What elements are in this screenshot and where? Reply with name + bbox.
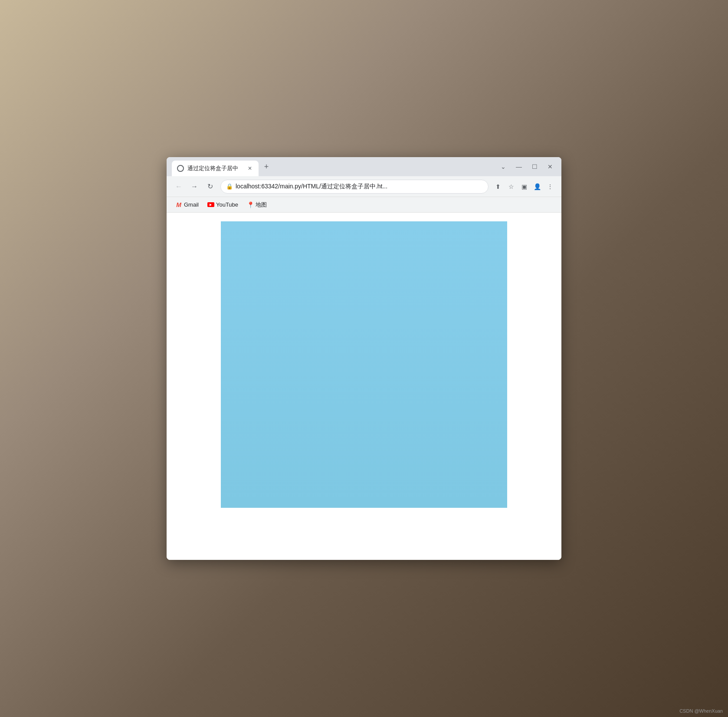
maps-icon: 📍 bbox=[247, 201, 254, 208]
lock-icon: 🔒 bbox=[226, 183, 233, 190]
close-button[interactable]: ✕ bbox=[544, 161, 556, 173]
refresh-icon: ↻ bbox=[207, 182, 213, 191]
tab-favicon bbox=[177, 165, 184, 172]
address-bar[interactable]: 🔒 localhost:63342/main.py/HTML/通过定位将盒子居中… bbox=[220, 180, 489, 194]
page-content bbox=[167, 213, 561, 560]
chevron-down-icon: ⌄ bbox=[501, 163, 506, 170]
profile-button[interactable]: 👤 bbox=[531, 181, 543, 193]
bookmark-maps[interactable]: 📍 地图 bbox=[243, 199, 270, 210]
globe-icon bbox=[177, 165, 184, 172]
reader-mode-button[interactable]: ▣ bbox=[518, 181, 530, 193]
forward-button[interactable]: → bbox=[187, 180, 201, 194]
menu-button[interactable]: ⋮ bbox=[544, 181, 556, 193]
share-button[interactable]: ⬆ bbox=[492, 181, 504, 193]
profile-icon: 👤 bbox=[534, 183, 541, 190]
close-icon: ✕ bbox=[548, 163, 553, 170]
window-controls: ⌄ — ☐ ✕ bbox=[497, 161, 556, 173]
bookmark-star-button[interactable]: ☆ bbox=[505, 181, 517, 193]
chevron-down-button[interactable]: ⌄ bbox=[497, 161, 509, 173]
maps-label: 地图 bbox=[256, 201, 267, 209]
menu-icon: ⋮ bbox=[547, 183, 553, 190]
bookmarks-bar: M Gmail YouTube 📍 地图 bbox=[167, 197, 561, 213]
active-tab[interactable]: 通过定位将盒子居中 ✕ bbox=[172, 161, 259, 176]
youtube-label: YouTube bbox=[216, 201, 238, 208]
centered-blue-box bbox=[221, 221, 507, 508]
minimize-icon: — bbox=[516, 163, 522, 170]
minimize-button[interactable]: — bbox=[513, 161, 525, 173]
title-bar: 通过定位将盒子居中 ✕ + ⌄ — ☐ ✕ bbox=[167, 157, 561, 176]
tab-area: 通过定位将盒子居中 ✕ + bbox=[172, 157, 497, 176]
maps-favicon: 📍 bbox=[247, 201, 254, 208]
refresh-button[interactable]: ↻ bbox=[203, 180, 217, 194]
bookmark-gmail[interactable]: M Gmail bbox=[172, 200, 202, 210]
youtube-favicon bbox=[207, 201, 214, 208]
forward-icon: → bbox=[191, 183, 198, 191]
gmail-icon: M bbox=[176, 201, 181, 208]
url-text: localhost:63342/main.py/HTML/通过定位将盒子居中.h… bbox=[236, 183, 483, 191]
maximize-button[interactable]: ☐ bbox=[528, 161, 541, 173]
tab-title: 通过定位将盒子居中 bbox=[187, 164, 243, 172]
reader-icon: ▣ bbox=[521, 183, 527, 190]
address-bar-area: ← → ↻ 🔒 localhost:63342/main.py/HTML/通过定… bbox=[167, 176, 561, 197]
address-actions: ⬆ ☆ ▣ 👤 ⋮ bbox=[492, 181, 556, 193]
browser-window: 通过定位将盒子居中 ✕ + ⌄ — ☐ ✕ ← → bbox=[167, 157, 561, 560]
share-icon: ⬆ bbox=[495, 183, 501, 190]
maximize-icon: ☐ bbox=[532, 163, 538, 170]
watermark: CSDN @WhenXuan bbox=[679, 708, 723, 714]
star-icon: ☆ bbox=[508, 183, 514, 190]
tab-close-button[interactable]: ✕ bbox=[246, 165, 253, 172]
gmail-label: Gmail bbox=[184, 201, 199, 208]
gmail-favicon: M bbox=[175, 201, 182, 208]
youtube-icon bbox=[207, 202, 214, 207]
bookmark-youtube[interactable]: YouTube bbox=[204, 200, 242, 210]
back-icon: ← bbox=[175, 183, 182, 191]
back-button[interactable]: ← bbox=[172, 180, 186, 194]
new-tab-button[interactable]: + bbox=[260, 161, 272, 173]
